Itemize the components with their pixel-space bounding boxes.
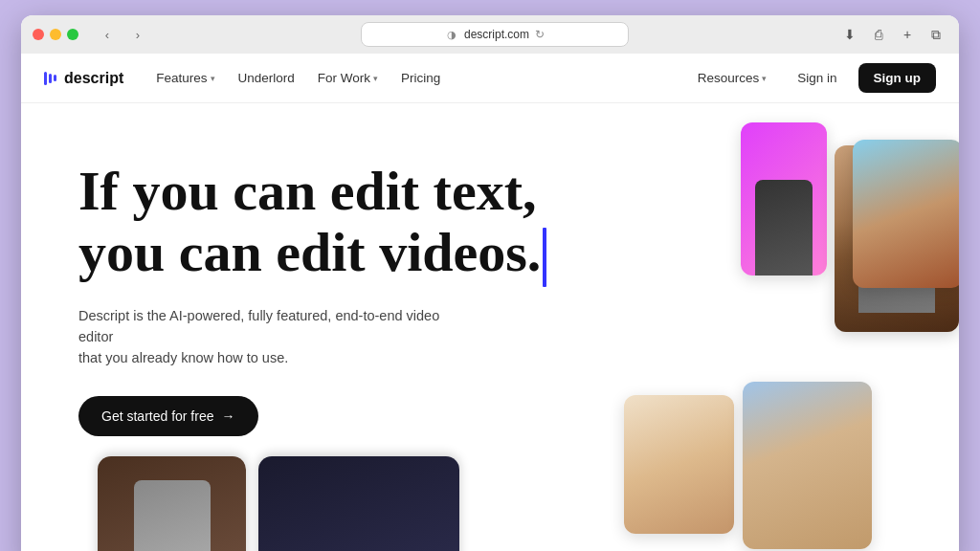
main-content: If you can edit text, you can edit video… (21, 103, 959, 551)
logo-bar-1 (44, 72, 47, 85)
bottom-strip-right (258, 456, 459, 551)
privacy-icon: ◑ (445, 28, 458, 41)
browser-titlebar: ‹ › ◑ descript.com ↻ ⬇ ⎙ + ⧉ (21, 15, 959, 54)
nav-resources-label: Resources (698, 71, 760, 85)
hero-title-line1: If you can edit text, (78, 160, 536, 222)
sign-in-button[interactable]: Sign in (788, 65, 846, 91)
refresh-icon: ↻ (535, 28, 545, 41)
share-button[interactable]: ⎙ (867, 23, 890, 46)
thumbnails-container (614, 122, 959, 551)
sign-up-button[interactable]: Sign up (858, 63, 937, 93)
nav-features-label: Features (156, 71, 207, 85)
nav-right: Resources ▾ Sign in Sign up (688, 63, 936, 93)
logo[interactable]: descript (44, 70, 123, 87)
for-work-chevron-icon: ▾ (373, 74, 378, 83)
logo-bar-3 (54, 75, 56, 81)
hero-section: If you can edit text, you can edit video… (78, 161, 605, 436)
text-cursor (543, 228, 546, 287)
nav-left: descript Features ▾ Underlord For Work ▾… (44, 65, 450, 91)
close-button[interactable] (33, 29, 44, 40)
logo-icon (44, 72, 56, 85)
thumb-kitchen (624, 395, 734, 534)
navbar: descript Features ▾ Underlord For Work ▾… (21, 54, 959, 103)
browser-controls: ‹ › (94, 24, 151, 45)
thumb-desert-bottom (743, 382, 872, 549)
cta-arrow-icon: → (222, 408, 235, 424)
nav-pricing[interactable]: Pricing (391, 65, 450, 91)
nav-underlord[interactable]: Underlord (229, 65, 304, 91)
new-tab-button[interactable]: + (896, 23, 919, 46)
person-bottom-1 (134, 480, 211, 551)
nav-resources[interactable]: Resources ▾ (688, 65, 777, 91)
hero-subtitle: Descript is the AI-powered, fully featur… (78, 306, 461, 368)
hero-title: If you can edit text, you can edit video… (78, 161, 605, 287)
nav-pricing-label: Pricing (401, 71, 440, 85)
thumb-desert-top (853, 140, 959, 288)
browser-actions: ⬇ ⎙ + ⧉ (838, 23, 947, 46)
person-silhouette-1 (755, 180, 813, 276)
features-chevron-icon: ▾ (211, 74, 215, 83)
bottom-strip-left (98, 456, 246, 551)
minimize-button[interactable] (50, 29, 61, 40)
url-text: descript.com (464, 28, 529, 41)
logo-bar-2 (49, 74, 52, 83)
nav-underlord-label: Underlord (238, 71, 295, 85)
resources-chevron-icon: ▾ (762, 74, 767, 83)
nav-items: Features ▾ Underlord For Work ▾ Pricing (146, 65, 450, 91)
nav-features[interactable]: Features ▾ (146, 65, 224, 91)
back-button[interactable]: ‹ (94, 24, 121, 45)
copy-button[interactable]: ⧉ (924, 23, 947, 46)
browser-window: ‹ › ◑ descript.com ↻ ⬇ ⎙ + ⧉ (21, 15, 959, 551)
cta-label: Get started for free (101, 408, 214, 424)
cta-button[interactable]: Get started for free → (78, 396, 258, 436)
forward-button[interactable]: › (124, 24, 151, 45)
nav-for-work-label: For Work (318, 71, 370, 85)
maximize-button[interactable] (67, 29, 78, 40)
thumbnail-pink (741, 122, 827, 276)
address-bar[interactable]: ◑ descript.com ↻ (361, 22, 629, 47)
nav-for-work[interactable]: For Work ▾ (308, 65, 388, 91)
hero-title-line2: you can edit videos. (78, 221, 541, 283)
download-button[interactable]: ⬇ (838, 23, 861, 46)
logo-text: descript (64, 70, 123, 87)
traffic-lights (33, 29, 78, 40)
address-bar-container: ◑ descript.com ↻ (159, 22, 831, 47)
